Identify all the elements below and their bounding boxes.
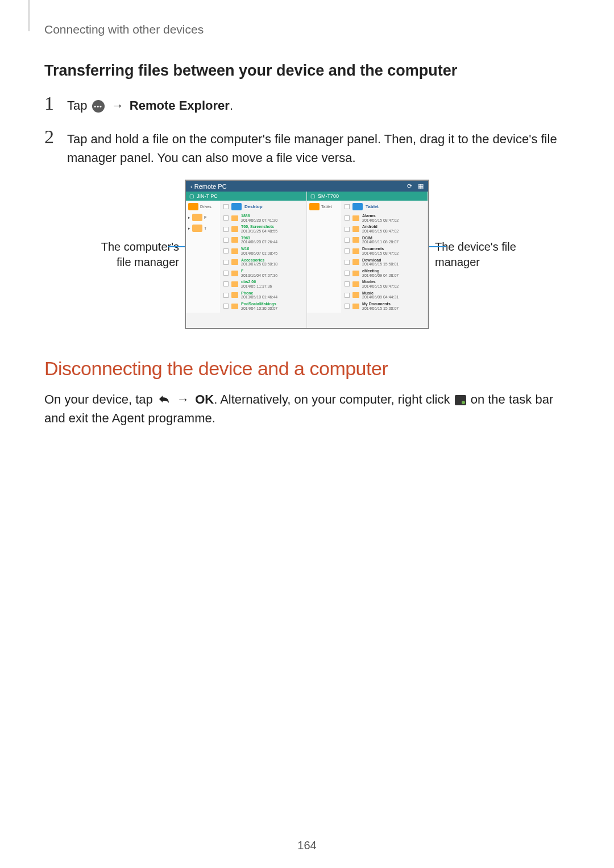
list-item[interactable]: Android2014/06/15 08:47:02 [345,225,424,233]
list-item[interactable]: Music2014/06/09 04:44:31 [345,291,424,300]
grid-icon[interactable]: ▦ [418,182,424,190]
side-item[interactable]: ▸T [188,225,218,232]
checkbox-icon[interactable] [223,260,229,265]
list-item[interactable]: Download2014/06/15 15:50:01 [345,258,424,267]
item-date: 2014/06/11 08:28:07 [362,240,399,244]
page-border [28,0,30,31]
pathbar-left[interactable]: ▢ JIN-T PC [186,192,306,201]
folder-icon [352,203,363,210]
item-name: 1888 [241,214,277,218]
folder-icon [192,214,202,221]
item-name: Accessories [241,258,277,263]
pathbar-right[interactable]: ▢ SM-T700 [307,192,428,201]
item-name: Alarms [362,214,399,218]
side-tree-left[interactable]: Drives ▸F ▸T [186,201,220,313]
checkbox-icon[interactable] [223,304,229,309]
folder-icon [231,215,238,221]
checkbox-icon[interactable] [345,238,350,243]
callout-right-text: The device's file manager [435,240,516,268]
computer-panel[interactable]: ▢ JIN-T PC Drives ▸F ▸T Desktop 18882014… [186,192,307,328]
callout-right: The device's file manager [435,239,526,270]
list-item[interactable]: Movies2014/06/15 08:47:02 [345,280,424,288]
checkbox-icon[interactable] [345,260,350,265]
back-label[interactable]: ‹ Remote PC [190,183,227,190]
item-name: obs2 06 [241,280,272,284]
checkbox-icon[interactable] [345,293,350,298]
list-item[interactable]: Phone2013/05/10 01:46:44 [223,291,303,300]
checkbox-icon[interactable] [223,227,229,232]
folder-icon [352,226,359,232]
file-list-left[interactable]: Desktop 18882014/06/20 07:41:20 T60, Scr… [220,201,306,313]
checkbox-icon[interactable] [345,271,350,276]
checkbox-icon[interactable] [345,248,350,254]
checkbox-icon[interactable] [223,215,229,221]
item-date: 2014/06/20 07:41:20 [241,218,277,223]
list-header: Tablet [345,203,424,210]
device-panel[interactable]: ▢ SM-T700 Tablet Tablet Alarms2014/06/15… [307,192,428,328]
folder-icon [352,237,359,243]
disconnect-text: On your device, tap → OK. Alternatively,… [44,390,574,427]
step-2: 2 Tap and hold a file on the computer's … [44,127,574,167]
folder-icon [231,292,238,298]
list-item[interactable]: Accessories2013/07/25 03:50:18 [223,258,303,267]
item-date: 2014/06/15 08:47:02 [362,251,399,256]
checkbox-icon[interactable] [223,293,229,298]
checkbox-icon[interactable] [345,204,350,209]
file-list-right[interactable]: Tablet Alarms2014/06/15 08:47:02 Android… [341,201,428,313]
list-item[interactable]: 18882014/06/20 07:41:20 [223,214,303,222]
list-item[interactable]: eMeeting2014/06/09 04:28:07 [345,269,424,277]
side-label: T [204,226,206,230]
item-name: Music [362,291,399,296]
side-item[interactable]: Tablet [309,203,339,210]
list-header: Desktop [223,203,303,210]
checkbox-icon[interactable] [223,248,229,254]
list-item[interactable]: T60, Screenshots2013/10/25 04:48:55 [223,225,303,233]
checkbox-icon[interactable] [223,238,229,243]
checkbox-icon[interactable] [223,271,229,276]
list-item[interactable]: Alarms2014/06/15 08:47:02 [345,214,424,222]
drive-icon [188,203,198,210]
list-item[interactable]: PodSocialMakings2014/04 10:30:00:07 [223,302,303,310]
arrow-icon: → [108,98,127,113]
item-date: 2014/06/15 15:00:07 [362,306,399,311]
list-item[interactable]: T9632014/06/20 07:26:44 [223,236,303,244]
app-titlebar: ‹ Remote PC ⟳ ▦ [186,181,428,192]
breadcrumb: Connecting with other devices [44,23,574,36]
list-item[interactable]: F2013/10/04 07:07:36 [223,269,303,277]
side-item[interactable]: ▸F [188,214,218,221]
step-1: 1 Tap ••• → Remote Explorer. [44,94,574,115]
tray-agent-icon [455,395,466,405]
side-tree-right[interactable]: Tablet [307,201,341,313]
item-name: Movies [362,280,399,284]
folder-icon [352,271,359,276]
list-item[interactable]: Documents2014/06/15 08:47:02 [345,247,424,255]
item-name: PodSocialMakings [241,302,277,306]
checkbox-icon[interactable] [345,215,350,221]
item-date: 2013/07/25 03:50:18 [241,262,277,267]
list-item[interactable]: obs2 062014/05 11:37:36 [223,280,303,288]
checkbox-icon[interactable] [345,227,350,232]
folder-icon [231,203,242,210]
checkbox-icon[interactable] [223,281,229,286]
side-item[interactable]: Drives [188,203,218,210]
item-name: T60, Screenshots [241,225,277,229]
page-number: 164 [0,839,614,852]
text-mid2: . Alternatively, on your computer, right… [214,392,453,406]
device-screenshot: ‹ Remote PC ⟳ ▦ ▢ JIN-T PC Drives [185,180,429,329]
list-item[interactable]: My Documents2014/06/15 15:00:07 [345,302,424,310]
item-date: 2014/06/15 08:47:02 [362,218,399,223]
checkbox-icon[interactable] [345,281,350,286]
folder-icon [231,281,238,287]
callout-left: The computer's file manager [88,239,179,270]
list-item[interactable]: W102014/06/07 01:08:45 [223,247,303,255]
step-text: Tap ••• → Remote Explorer. [67,94,233,115]
refresh-icon[interactable]: ⟳ [407,182,412,190]
item-date: 2014/06/15 15:50:01 [362,262,399,267]
list-item[interactable]: DCIM2014/06/11 08:28:07 [345,236,424,244]
callout-line [168,246,185,247]
checkbox-icon[interactable] [223,204,229,209]
checkbox-icon[interactable] [345,304,350,309]
item-date: 2014/06/07 01:08:45 [241,251,277,256]
item-date: 2014/06/20 07:26:44 [241,240,277,244]
folder-icon [352,215,359,221]
